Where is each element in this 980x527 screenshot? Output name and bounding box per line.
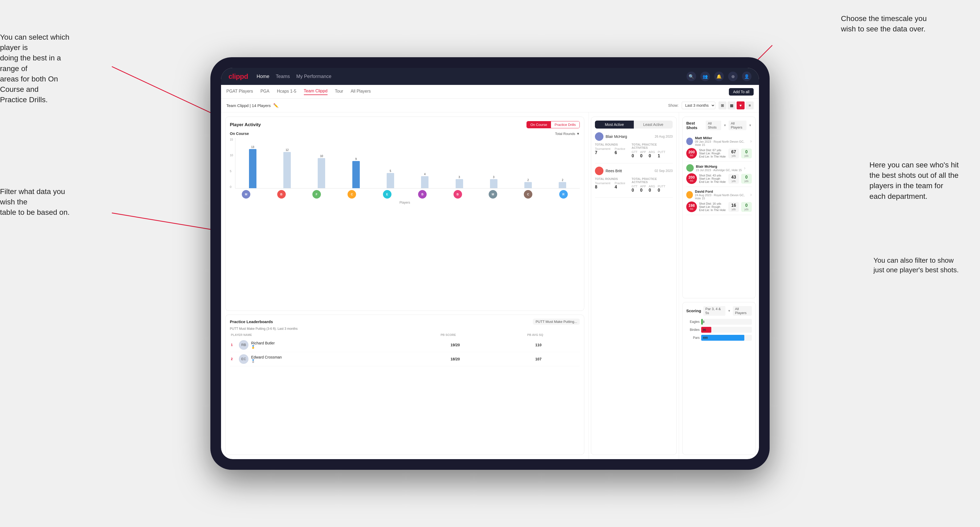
bar-group-8: 2: [512, 179, 544, 188]
scoring-filter1[interactable]: Par 3, 4 & 5s: [703, 306, 725, 316]
scoring-header: Scoring Par 3, 4 & 5s ▼ All Players: [686, 306, 752, 316]
activity-card-header: Player Activity On Course Practice Drill…: [230, 121, 580, 128]
add-button[interactable]: Add To all: [729, 88, 754, 95]
bell-icon[interactable]: 🔔: [714, 71, 724, 81]
shot-player-name-2: Blair McHarg: [696, 165, 741, 168]
lb-avatar-2: EC: [239, 354, 248, 364]
sub-nav-pga[interactable]: PGA: [261, 89, 269, 95]
active-p1-putt: PUTT 1: [658, 151, 665, 158]
scoring-bar-wrap-eagles: 3: [701, 319, 752, 325]
shot-stats-row-2: 200 SG Shot Dist: 43 yds Start Lie: Roug…: [686, 173, 752, 184]
bar-7[interactable]: [490, 179, 498, 188]
list-view-icon[interactable]: ≡: [746, 102, 754, 110]
tile-view-icon[interactable]: ▦: [727, 102, 735, 110]
chart-area: 15 10 5 0 1312109543322: [230, 138, 580, 189]
scoring-bar-birdies: Birdies 96: [686, 327, 752, 333]
shot-avatar-1: [686, 138, 693, 145]
shot-chevron-3[interactable]: ›: [750, 192, 752, 197]
active-player-2-name: Rees Britt: [606, 169, 652, 173]
user-icon[interactable]: 👤: [742, 71, 751, 81]
top-nav: clippd Home Teams My Performance 🔍 👥 🔔 ⊕…: [221, 68, 759, 85]
bar-9[interactable]: [559, 182, 566, 188]
scoring-filter2[interactable]: All Players: [733, 306, 752, 316]
shot-chevron-2[interactable]: ›: [744, 165, 745, 171]
active-player-1-avatar: [595, 132, 603, 141]
activity-tabs: On Course Practice Drills: [527, 121, 580, 128]
lb-pb-1: 19/20: [415, 343, 496, 347]
nav-my-performance[interactable]: My Performance: [296, 74, 332, 79]
tab-practice-drills[interactable]: Practice Drills: [551, 121, 579, 128]
lb-medal-1: 🥇: [251, 345, 412, 349]
annotation-bottom-right: You can also filter to show just one pla…: [873, 256, 959, 275]
bar-group-4: 5: [374, 170, 406, 188]
player-avatar-3: C: [347, 190, 356, 198]
lb-filter[interactable]: PUTT Must Make Putting...: [533, 319, 580, 325]
shots-title: Best Shots: [686, 121, 703, 130]
active-player-1: Blair McHarg 26 Aug 2023 Total Rounds To…: [595, 132, 673, 163]
bar-2[interactable]: [318, 158, 325, 188]
avatar-row: MBFCEBBMCR: [230, 189, 580, 200]
lb-row-1: 1 RB Richard Butler 🥇 19/20 110: [230, 338, 580, 352]
shot-badge-1: 200 SG: [686, 148, 697, 159]
middle-panel: Most Active Least Active Blair McHarg 26…: [589, 112, 679, 459]
people-icon[interactable]: 👥: [700, 71, 710, 81]
sub-nav-all-players[interactable]: All Players: [351, 89, 371, 95]
bar-5[interactable]: [421, 176, 428, 188]
tab-least-active[interactable]: Least Active: [634, 121, 673, 129]
grid-view-icon[interactable]: ⊞: [719, 102, 727, 110]
chart-filter[interactable]: Total Rounds ▼: [555, 132, 580, 136]
lb-avg-2: 107: [498, 357, 579, 361]
player-avatar-0: M: [242, 190, 250, 198]
edit-icon[interactable]: ✏️: [273, 103, 278, 108]
shot-chevron-1[interactable]: ›: [750, 138, 752, 144]
active-tabs: Most Active Least Active: [595, 121, 673, 129]
plus-icon[interactable]: ⊕: [728, 71, 738, 81]
active-p1-gtt: GTT 0: [632, 151, 638, 158]
lb-avatar-1: RB: [239, 340, 248, 350]
tab-on-course[interactable]: On Course: [527, 121, 551, 128]
shot-badge-3: 198 SG: [686, 202, 697, 212]
bar-6[interactable]: [456, 179, 463, 188]
bar-group-9: 2: [546, 179, 579, 188]
bar-3[interactable]: [352, 161, 360, 188]
sub-nav-hcaps[interactable]: Hcaps 1-5: [277, 89, 296, 95]
shot-item-1: Matt Miller 09 Jan 2023 · Royal North De…: [686, 133, 752, 162]
left-panel: Player Activity On Course Practice Drill…: [221, 112, 589, 459]
shot-item-2: Blair McHarg 23 Jul 2023 · Ashridge GC, …: [686, 162, 752, 187]
bar-label-3: 9: [355, 157, 357, 160]
bar-group-1: 12: [271, 149, 303, 188]
scoring-label-eagles: Eagles: [686, 320, 700, 324]
bar-4[interactable]: [387, 173, 394, 188]
shot-desc-3: Shot Dist: 16 yds Start Lie: Rough End L…: [699, 202, 726, 211]
nav-icons: 🔍 👥 🔔 ⊕ 👤: [687, 71, 751, 81]
search-icon[interactable]: 🔍: [687, 71, 696, 81]
active-p2-app: APP 0: [640, 185, 646, 193]
shots-players-filter[interactable]: All Players: [729, 121, 746, 130]
bar-8[interactable]: [524, 182, 532, 188]
tab-most-active[interactable]: Most Active: [595, 121, 634, 129]
heart-view-icon[interactable]: ♥: [737, 102, 745, 110]
sub-nav-team-clippd[interactable]: Team Clippd: [304, 89, 328, 95]
nav-home[interactable]: Home: [257, 74, 269, 79]
sub-nav-pgat[interactable]: PGAT Players: [226, 89, 253, 95]
shot-details-1: 09 Jan 2023 · Royal North Devon GC, Hole…: [695, 140, 748, 146]
best-shots-card: Best Shots All Shots ▼ All Players ▼ Mat…: [682, 117, 756, 298]
show-label: Show:: [668, 103, 679, 108]
bar-label-4: 5: [390, 170, 391, 173]
sub-nav-tour[interactable]: Tour: [335, 89, 343, 95]
nav-teams[interactable]: Teams: [276, 74, 290, 79]
time-select[interactable]: Last 3 months Last 6 months Last year: [682, 102, 715, 109]
active-p2-rounds: Total Rounds Tournament 8 Practice 4: [595, 177, 625, 193]
active-p2-gtt: GTT 0: [632, 185, 638, 193]
lb-player-info-1: Richard Butler 🥇: [251, 341, 412, 349]
bar-1[interactable]: [283, 152, 291, 188]
shot-stat-box-2a: 43 yds: [728, 174, 739, 184]
shot-player-info-1: Matt Miller 09 Jan 2023 · Royal North De…: [695, 136, 748, 146]
bar-0[interactable]: [249, 149, 256, 188]
shot-item-3: David Ford 24 Aug 2023 · Royal North Dev…: [686, 187, 752, 215]
shot-badge-2: 200 SG: [686, 173, 697, 184]
shots-filter[interactable]: All Shots: [706, 121, 721, 130]
bar-group-7: 3: [477, 176, 510, 188]
lb-player-name-1: Richard Butler: [251, 341, 412, 345]
scoring-bar-wrap-pars: 499: [701, 335, 752, 341]
